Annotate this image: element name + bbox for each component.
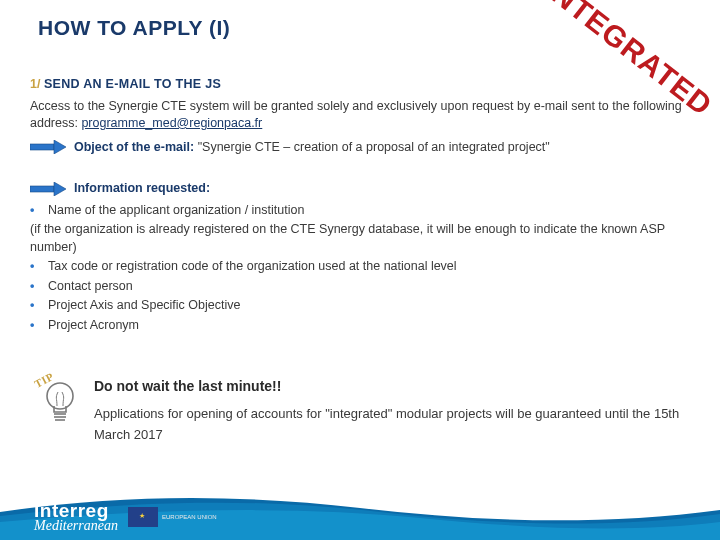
- list-item: •Name of the applicant organization / in…: [30, 202, 692, 220]
- tip-paragraph: Applications for opening of accounts for…: [94, 404, 680, 446]
- object-value: "Synergie CTE – creation of a proposal o…: [194, 140, 550, 154]
- list-note: (if the organization is already register…: [30, 221, 692, 256]
- svg-rect-0: [30, 144, 54, 150]
- list-item: •Project Axis and Specific Objective: [30, 297, 692, 315]
- tip-heading: Do not wait the last minute!!: [94, 378, 680, 394]
- interreg-logo: Interreg Mediterranean: [34, 501, 118, 533]
- bullet-icon: •: [30, 297, 48, 315]
- list-item: •Project Acronym: [30, 317, 692, 335]
- list-item-text: Project Axis and Specific Objective: [48, 298, 240, 312]
- info-requested-label: Information requested:: [74, 180, 210, 198]
- svg-marker-3: [54, 182, 66, 196]
- info-line: Information requested:: [30, 180, 692, 198]
- object-label: Object of the e-mail:: [74, 140, 194, 154]
- object-line: Object of the e-mail: "Synergie CTE – cr…: [30, 139, 692, 157]
- svg-rect-2: [30, 186, 54, 192]
- list-item: •Contact person: [30, 278, 692, 296]
- access-paragraph: Access to the Synergie CTE system will b…: [30, 98, 692, 133]
- list-item-text: Tax code or registration code of the org…: [48, 259, 457, 273]
- logo-line2: Mediterranean: [34, 519, 118, 533]
- svg-point-4: [47, 383, 73, 409]
- step-number: 1/: [30, 77, 40, 91]
- list-item-text: Project Acronym: [48, 318, 139, 332]
- info-list: •Name of the applicant organization / in…: [30, 202, 692, 335]
- svg-marker-1: [54, 140, 66, 154]
- tip-icon-wrap: TIP: [40, 376, 80, 432]
- list-item-text: Name of the applicant organization / ins…: [48, 203, 304, 217]
- bullet-icon: •: [30, 258, 48, 276]
- arrow-icon: [30, 140, 66, 154]
- step-heading: 1/ SEND AN E-MAIL TO THE JS: [30, 76, 692, 94]
- email-link[interactable]: programme_med@regionpaca.fr: [81, 116, 262, 130]
- page-title: HOW TO APPLY (I): [38, 16, 230, 40]
- eu-text: EUROPEAN UNION: [162, 514, 217, 521]
- eu-flag-icon: [128, 507, 158, 527]
- body-content: 1/ SEND AN E-MAIL TO THE JS Access to th…: [30, 76, 692, 348]
- logo-block: Interreg Mediterranean EUROPEAN UNION: [34, 501, 217, 533]
- step-title: SEND AN E-MAIL TO THE JS: [44, 77, 221, 91]
- tip-block: TIP Do not wait the last minute!! Applic…: [40, 376, 680, 446]
- list-item-text: Contact person: [48, 279, 133, 293]
- bullet-icon: •: [30, 202, 48, 220]
- object-text: Object of the e-mail: "Synergie CTE – cr…: [74, 139, 550, 157]
- bullet-icon: •: [30, 317, 48, 335]
- footer: Interreg Mediterranean EUROPEAN UNION: [0, 484, 720, 540]
- arrow-icon: [30, 182, 66, 196]
- list-item: •Tax code or registration code of the or…: [30, 258, 692, 276]
- bullet-icon: •: [30, 278, 48, 296]
